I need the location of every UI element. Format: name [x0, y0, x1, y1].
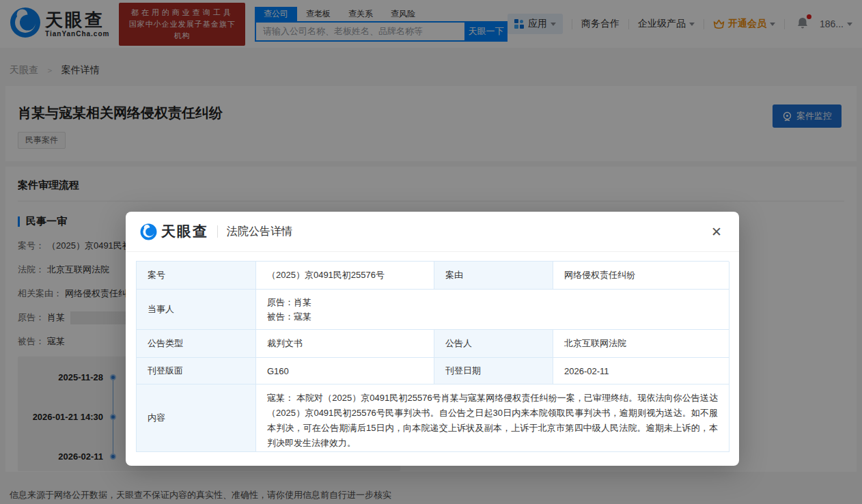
table-label-announcer: 公告人	[434, 330, 553, 358]
modal-title: 法院公告详情	[227, 225, 292, 239]
table-label-date: 刊登日期	[434, 358, 553, 384]
table-label-party: 当事人	[137, 290, 256, 330]
announcement-table: 案号 （2025）京0491民初25576号 案由 网络侵权责任纠纷 当事人 原…	[136, 261, 729, 452]
modal-header: 天眼查 法院公告详情 ✕	[126, 212, 739, 252]
tianyancha-logo-icon	[140, 223, 157, 240]
modal-logo-brand: 天眼查	[161, 222, 208, 241]
party-plaintiff: 原告：肖某	[267, 295, 311, 309]
table-label-page: 刊登版面	[137, 358, 256, 384]
table-value-case-no: （2025）京0491民初25576号	[256, 262, 434, 290]
modal-header-divider	[217, 225, 218, 238]
table-label-case-no: 案号	[137, 262, 256, 290]
table-value-content: 寇某： 本院对（2025）京0491民初25576号肖某与寇某网络侵权责任纠纷一…	[256, 384, 729, 452]
table-value-date: 2026-02-11	[553, 358, 729, 384]
table-value-party: 原告：肖某 被告：寇某	[256, 290, 729, 330]
table-label-cause: 案由	[434, 262, 553, 290]
court-announcement-modal: 天眼查 法院公告详情 ✕ 案号 （2025）京0491民初25576号 案由 网…	[126, 212, 739, 466]
table-value-type: 裁判文书	[256, 330, 434, 358]
table-label-type: 公告类型	[137, 330, 256, 358]
table-value-cause: 网络侵权责任纠纷	[553, 262, 729, 290]
table-value-page: G160	[256, 358, 434, 384]
party-defendant: 被告：寇某	[267, 309, 311, 324]
table-value-announcer: 北京互联网法院	[553, 330, 729, 358]
table-label-content: 内容	[137, 384, 256, 452]
close-icon[interactable]: ✕	[708, 223, 725, 241]
